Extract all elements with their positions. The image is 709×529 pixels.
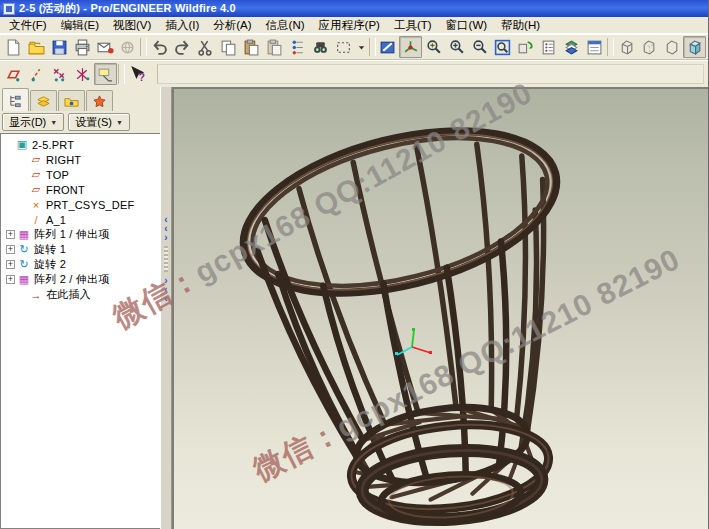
tree-expander[interactable]: + — [6, 260, 15, 269]
repaint-icon[interactable] — [377, 36, 400, 58]
app-icon — [3, 3, 15, 15]
navigator-tabs — [0, 87, 160, 111]
svg-text:?: ? — [139, 70, 145, 82]
menu-item[interactable]: 帮助(H) — [494, 17, 547, 34]
settings-button[interactable]: 设置(S) ▼ — [68, 113, 130, 131]
tree-item-label: 旋转 2 — [34, 257, 66, 272]
title-bar: 2-5 (活动的) - Pro/ENGINEER Wildfire 4.0 — [0, 0, 708, 17]
basket-3d-model — [174, 89, 708, 529]
layer-tab[interactable] — [30, 90, 57, 111]
paste-icon[interactable] — [240, 36, 263, 58]
model-tree-tab[interactable] — [2, 88, 29, 111]
tree-expander[interactable]: + — [6, 245, 15, 254]
proe-window: 2-5 (活动的) - Pro/ENGINEER Wildfire 4.0 文件… — [0, 0, 709, 529]
wireframe-icon[interactable] — [615, 36, 638, 58]
graphics-viewport[interactable] — [172, 87, 708, 529]
menu-bar: 文件(F)编辑(E)视图(V)插入(I)分析(A)信息(N)应用程序(P)工具(… — [0, 17, 708, 34]
main-toolbar — [0, 34, 708, 60]
redo-icon[interactable] — [171, 36, 194, 58]
model-player-icon[interactable] — [286, 36, 309, 58]
copy-icon[interactable] — [217, 36, 240, 58]
save-icon[interactable] — [48, 36, 71, 58]
dashboard-area — [157, 64, 704, 84]
menu-item[interactable]: 分析(A) — [206, 17, 258, 34]
tree-item-right[interactable]: ▱ RIGHT — [4, 152, 160, 167]
model-tree: ▣ 2-5.PRT ▱ RIGHT ▱ TOP — [0, 133, 160, 529]
tree-item-revolve-2[interactable]: + ↻ 旋转 2 — [4, 257, 160, 272]
tree-item-pattern-1[interactable]: + ▦ 阵列 1 / 伸出项 — [4, 227, 160, 242]
tree-item-label: A_1 — [46, 214, 66, 226]
datum-axis-icon[interactable] — [25, 63, 48, 85]
tree-item-revolve-1[interactable]: + ↻ 旋转 1 — [4, 242, 160, 257]
menu-item[interactable]: 视图(V) — [106, 17, 158, 34]
chevron-down-icon: ▼ — [116, 119, 123, 126]
tree-item-icon: ↻ — [17, 258, 31, 271]
saved-views-icon[interactable] — [537, 36, 560, 58]
context-help-icon[interactable]: ? — [126, 63, 149, 85]
undo-icon[interactable] — [148, 36, 171, 58]
send-mail-icon[interactable] — [94, 36, 117, 58]
annotation-icon[interactable] — [94, 63, 117, 85]
menu-item[interactable]: 工具(T) — [387, 17, 439, 34]
reorient-icon[interactable] — [514, 36, 537, 58]
tree-item-icon: ▦ — [17, 273, 31, 286]
layers-icon[interactable] — [560, 36, 583, 58]
new-file-icon[interactable] — [2, 36, 25, 58]
refit-icon[interactable] — [491, 36, 514, 58]
tree-item-icon: ▣ — [15, 138, 29, 151]
paste-special-icon[interactable] — [263, 36, 286, 58]
view-manager-icon[interactable] — [583, 36, 606, 58]
tree-item-insert-here[interactable]: → 在此插入 — [4, 287, 160, 302]
favorites-tab[interactable] — [86, 90, 113, 111]
orient-mode-icon[interactable] — [422, 36, 445, 58]
navigator-panel: 显示(D) ▼ 设置(S) ▼ ▣ 2-5.PRT — [0, 87, 160, 529]
tree-item-icon: × — [29, 199, 43, 211]
datum-point-icon[interactable] — [48, 63, 71, 85]
chevron-down-icon: ▼ — [50, 119, 57, 126]
no-hidden-icon[interactable] — [660, 36, 683, 58]
datum-toolbar: ? — [0, 60, 708, 87]
shaded-icon[interactable] — [683, 36, 706, 58]
menu-item[interactable]: 文件(F) — [2, 17, 54, 34]
sash-grip[interactable] — [164, 246, 168, 272]
tree-item-top[interactable]: ▱ TOP — [4, 167, 160, 182]
tree-item-csys[interactable]: × PRT_CSYS_DEF — [4, 197, 160, 212]
folder-browser-tab[interactable] — [58, 90, 85, 111]
tree-item-icon: ↻ — [17, 243, 31, 256]
tree-item-label: FRONT — [46, 184, 85, 196]
zoom-out-icon[interactable] — [468, 36, 491, 58]
tree-item-front[interactable]: ▱ FRONT — [4, 182, 160, 197]
select-dropdown-icon[interactable] — [355, 36, 368, 58]
tree-item-label: PRT_CSYS_DEF — [46, 199, 134, 211]
spin-center-icon[interactable] — [399, 36, 422, 58]
tree-item-label: 2-5.PRT — [32, 139, 74, 151]
tree-item-label: 阵列 1 / 伸出项 — [34, 227, 109, 242]
cut-icon[interactable] — [194, 36, 217, 58]
sash-expand-icon[interactable]: › — [164, 233, 167, 242]
tree-item-pattern-2[interactable]: + ▦ 阵列 2 / 伸出项 — [4, 272, 160, 287]
tree-item-label: 旋转 1 — [34, 242, 66, 257]
menu-item[interactable]: 窗口(W) — [439, 17, 495, 34]
tree-expander[interactable]: + — [6, 275, 15, 284]
menu-item[interactable]: 编辑(E) — [54, 17, 106, 34]
tree-item-icon: ▦ — [17, 228, 31, 241]
tree-expander[interactable]: + — [6, 230, 15, 239]
sash-collapse-icon[interactable]: ‹ — [164, 294, 167, 303]
show-button[interactable]: 显示(D) ▼ — [2, 113, 64, 131]
print-icon[interactable] — [71, 36, 94, 58]
tree-item-label: TOP — [46, 169, 69, 181]
select-box-icon[interactable] — [332, 36, 355, 58]
datum-plane-icon[interactable] — [2, 63, 25, 85]
menu-item[interactable]: 插入(I) — [158, 17, 206, 34]
menu-item[interactable]: 信息(N) — [259, 17, 312, 34]
tree-item-part[interactable]: ▣ 2-5.PRT — [4, 137, 160, 152]
find-icon[interactable] — [309, 36, 332, 58]
zoom-in-icon[interactable] — [445, 36, 468, 58]
tree-item-axis[interactable]: / A_1 — [4, 212, 160, 227]
datum-csys-icon[interactable] — [71, 63, 94, 85]
navigator-sash[interactable]: ‹ ‹ › › ‹ ‹ — [160, 87, 172, 529]
export-icon[interactable] — [117, 36, 140, 58]
hidden-line-icon[interactable] — [637, 36, 660, 58]
menu-item[interactable]: 应用程序(P) — [312, 17, 387, 34]
open-folder-icon[interactable] — [25, 36, 48, 58]
